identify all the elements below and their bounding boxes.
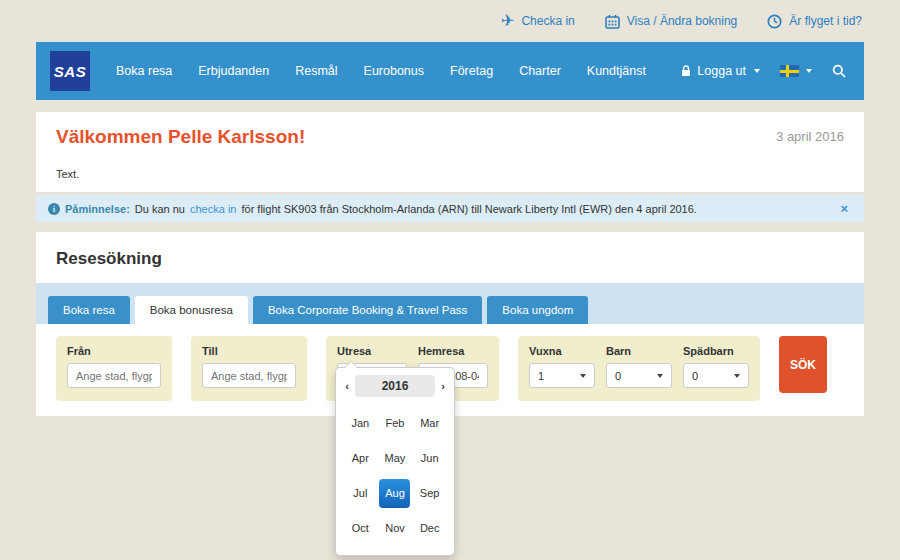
language-selector[interactable]: [780, 65, 812, 77]
infants-value: 0: [692, 370, 698, 382]
month-cell-dec[interactable]: Dec: [414, 514, 445, 543]
view-change-booking-label: Visa / Ändra bokning: [627, 14, 738, 28]
nav-item-charter[interactable]: Charter: [519, 64, 561, 78]
adults-value: 1: [538, 370, 544, 382]
chevron-down-icon: [754, 69, 760, 73]
nav-menu: Boka resa Erbjudanden Resmål Eurobonus F…: [116, 64, 646, 78]
month-cell-jun[interactable]: Jun: [414, 444, 445, 473]
logout-label: Logga ut: [697, 64, 746, 78]
tab-boka-corporate[interactable]: Boka Corporate Booking & Travel Pass: [253, 296, 482, 324]
calendar-icon: [605, 14, 620, 29]
tab-boka-resa[interactable]: Boka resa: [48, 296, 130, 324]
view-change-booking-link[interactable]: Visa / Ändra bokning: [605, 14, 738, 29]
check-in-inline-link[interactable]: checka in: [190, 203, 236, 215]
tab-boka-ungdom[interactable]: Boka ungdom: [487, 296, 588, 324]
month-cell-apr[interactable]: Apr: [345, 444, 376, 473]
check-in-link[interactable]: ✈ Checka in: [501, 13, 575, 29]
page-title: Välkommen Pelle Karlsson!: [56, 126, 844, 148]
month-cell-sep[interactable]: Sep: [414, 479, 445, 508]
welcome-body-text: Text.: [56, 168, 844, 180]
month-cell-jul[interactable]: Jul: [345, 479, 376, 508]
year-display[interactable]: 2016: [355, 375, 435, 397]
alert-text-before-link: Du kan nu: [135, 203, 185, 215]
flight-on-time-label: Är flyget i tid?: [789, 14, 862, 28]
close-icon[interactable]: ×: [836, 201, 852, 216]
current-date: 3 april 2016: [776, 129, 844, 144]
alert-prefix: Påminnelse:: [65, 203, 130, 215]
tab-boka-bonusresa[interactable]: Boka bonusresa: [135, 296, 248, 324]
nav-item-erbjudanden[interactable]: Erbjudanden: [198, 64, 269, 78]
next-year-button[interactable]: ›: [439, 380, 447, 392]
nav-item-boka-resa[interactable]: Boka resa: [116, 64, 172, 78]
info-icon: i: [48, 203, 60, 215]
month-cell-may[interactable]: May: [379, 444, 410, 473]
outbound-label: Utresa: [337, 345, 407, 357]
main-navbar: SAS Boka resa Erbjudanden Resmål Eurobon…: [36, 42, 864, 100]
logout-menu[interactable]: Logga ut: [681, 64, 760, 78]
nav-item-resmal[interactable]: Resmål: [295, 64, 337, 78]
alert-text-after-link: för flight SK903 från Stockholm-Arlanda …: [241, 203, 696, 215]
flight-on-time-link[interactable]: Är flyget i tid?: [767, 14, 862, 29]
search-button[interactable]: SÖK: [779, 336, 827, 393]
check-in-label: Checka in: [521, 14, 574, 28]
booking-tabs: Boka resa Boka bonusresa Boka Corporate …: [36, 283, 864, 324]
airplane-icon: ✈: [501, 13, 514, 29]
to-input[interactable]: [202, 363, 296, 388]
previous-year-button[interactable]: ‹: [343, 380, 351, 392]
chevron-down-icon: [734, 374, 740, 378]
from-input[interactable]: [67, 363, 161, 388]
passengers-field-group: Vuxna 1 Barn 0 Spädbarn 0: [518, 336, 760, 401]
month-cell-oct[interactable]: Oct: [345, 514, 376, 543]
month-cell-nov[interactable]: Nov: [379, 514, 410, 543]
infants-label: Spädbarn: [683, 345, 749, 357]
chevron-down-icon: [806, 69, 812, 73]
children-label: Barn: [606, 345, 672, 357]
month-cell-feb[interactable]: Feb: [379, 409, 410, 438]
nav-right-section: Logga ut: [681, 64, 846, 78]
month-picker-header: ‹ 2016 ›: [343, 375, 447, 397]
adults-select[interactable]: 1: [529, 363, 595, 388]
lock-icon: [681, 65, 691, 77]
check-in-reminder-alert: i Påminnelse: Du kan nu checka in för fl…: [36, 195, 864, 222]
popup-arrow: [344, 361, 358, 368]
children-value: 0: [615, 370, 621, 382]
search-icon[interactable]: [832, 64, 846, 78]
adults-label: Vuxna: [529, 345, 595, 357]
chevron-down-icon: [580, 374, 586, 378]
welcome-panel: Välkommen Pelle Karlsson! 3 april 2016 T…: [36, 112, 864, 192]
month-cell-jan[interactable]: Jan: [345, 409, 376, 438]
chevron-down-icon: [657, 374, 663, 378]
month-cell-aug-selected[interactable]: Aug: [379, 479, 410, 508]
month-picker-popup: ‹ 2016 › Jan Feb Mar Apr May Jun Jul Aug…: [335, 367, 455, 556]
top-utility-bar: ✈ Checka in Visa / Ändra bokning Ä: [0, 0, 900, 42]
search-section-title: Resesökning: [36, 232, 864, 283]
infants-select[interactable]: 0: [683, 363, 749, 388]
nav-item-eurobonus[interactable]: Eurobonus: [364, 64, 424, 78]
month-cell-mar[interactable]: Mar: [414, 409, 445, 438]
to-field-group: Till: [191, 336, 307, 401]
swedish-flag-icon: [780, 65, 799, 77]
month-grid: Jan Feb Mar Apr May Jun Jul Aug Sep Oct …: [343, 409, 447, 543]
return-label: Hemresa: [418, 345, 488, 357]
clock-icon: [767, 14, 782, 29]
nav-item-foretag[interactable]: Företag: [450, 64, 493, 78]
children-select[interactable]: 0: [606, 363, 672, 388]
to-label: Till: [202, 345, 296, 357]
sas-logo[interactable]: SAS: [50, 51, 90, 91]
nav-item-kundtjanst[interactable]: Kundtjänst: [587, 64, 646, 78]
from-label: Från: [67, 345, 161, 357]
from-field-group: Från: [56, 336, 172, 401]
